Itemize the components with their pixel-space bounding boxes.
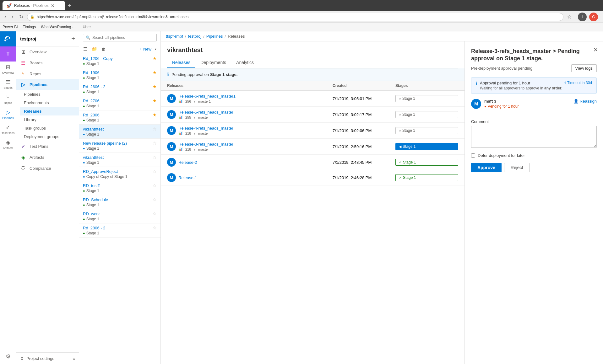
star-icon[interactable]: ☆ [153,183,157,188]
pipeline-name[interactable]: New release pipeline (2) [83,141,127,146]
nav-item-compliance[interactable]: 🛡 Compliance [16,163,79,174]
list-item[interactable]: Rd_2806 ★ ● Stage 1 [79,110,160,125]
back-button[interactable]: ‹ [3,13,8,21]
new-tab-button[interactable]: + [68,3,71,9]
list-item[interactable]: Rd_1206 - Copy ★ ● Stage 1 [79,54,160,68]
list-item[interactable]: RD_ApproveReject ☆ ● Copy of Copy of Sta… [79,167,160,181]
delete-button[interactable]: 🗑 [100,46,107,52]
sidebar-item-overview[interactable]: ⊞ Overview [0,62,16,77]
list-item[interactable]: vikranthtest ☆ ● Stage 1 [79,153,160,167]
pipeline-name[interactable]: Rd_1206 - Copy [83,56,113,61]
pipeline-name[interactable]: vikranthtest [83,127,104,131]
address-bar[interactable]: https://dev.azure.com/tfspf-rmpf/testpro… [27,13,563,21]
reject-button[interactable]: Reject [504,163,530,172]
nav-item-boards[interactable]: ☰ Boards [16,57,79,68]
collapse-icon[interactable]: « [73,356,75,361]
stage-badge[interactable]: ○ Stage 1 [395,95,458,102]
tab-close-button[interactable]: ✕ [51,3,55,8]
bookmark-uber[interactable]: Uber [83,25,91,29]
list-item[interactable]: RD_work ☆ ● Stage 1 [79,209,160,223]
stage-badge[interactable]: ✓ Stage 1 [395,159,458,166]
view-logs-button[interactable]: View logs [571,64,597,72]
pipeline-name[interactable]: Rd_2806 - 2 [83,226,106,230]
list-item[interactable]: Rd_1906 ★ ● Stage 1 [79,68,160,82]
sidebar-item-boards[interactable]: ☰ Boards [0,77,16,92]
add-project-button[interactable]: + [71,35,75,42]
bookmark-timings[interactable]: Timings [23,25,36,29]
sub-item-taskgroups[interactable]: Task groups [20,124,79,132]
nav-item-overview[interactable]: ⊞ Overview [16,46,79,57]
bookmark-powerbi[interactable]: Power BI [3,25,18,29]
pipeline-name[interactable]: Rd_2806 [83,113,100,117]
list-item[interactable]: Rd_2606 - 2 ★ ● Stage 1 [79,82,160,96]
pipeline-name[interactable]: Rd_2606 - 2 [83,84,106,89]
bookmark-whatwasrunning[interactable]: WhatWasRunning - ... [41,25,78,29]
breadcrumb-org[interactable]: tfspf-rmpf [166,34,183,39]
list-item[interactable]: vikranthtest ☆ ● Stage 1 [79,125,160,139]
sub-item-releases[interactable]: Releases [20,107,79,115]
release-name-link[interactable]: Release-6-refs_heads_master1 [178,94,236,99]
user-avatar[interactable]: I [578,13,587,21]
azure-devops-logo[interactable] [0,31,16,46]
sidebar-item-testplans[interactable]: ✓ Test Plans [0,122,16,137]
sub-item-environments[interactable]: Environments [20,99,79,107]
star-icon[interactable]: ☆ [153,225,157,230]
star-icon[interactable]: ☆ [153,155,157,160]
pipeline-name[interactable]: RD_work [83,211,100,216]
nav-item-pipelines[interactable]: ▷ Pipelines [16,79,79,90]
list-item[interactable]: RD_testf1 ☆ ● Stage 1 [79,181,160,195]
sidebar-item-pipelines[interactable]: ▷ Pipelines [0,107,16,122]
star-icon[interactable]: ★ [153,70,157,75]
list-view-button[interactable]: ☰ [82,46,89,52]
pipeline-name[interactable]: Rd_1906 [83,70,100,75]
comment-textarea[interactable] [471,126,597,148]
defer-checkbox-input[interactable] [471,153,475,158]
star-icon[interactable]: ★ [153,84,157,89]
star-bookmark-button[interactable]: ☆ [565,13,573,21]
sidebar-item-settings[interactable]: ⚙ [0,349,16,364]
breadcrumb-section[interactable]: Pipelines [206,34,223,39]
star-icon[interactable]: ☆ [153,169,157,174]
stage-badge[interactable]: ○ Stage 1 [395,111,458,118]
org-avatar[interactable]: T [0,46,16,62]
close-approval-button[interactable]: ✕ [593,46,598,53]
list-item[interactable]: Rd_2706 ★ ● Stage 1 [79,96,160,110]
release-name-link[interactable]: Release-1 [178,175,197,180]
stage-badge[interactable]: ○ Stage 1 [395,127,458,134]
star-icon[interactable]: ★ [153,98,157,103]
list-item[interactable]: Rd_2806 - 2 ☆ ● Stage 1 [79,223,160,238]
star-icon[interactable]: ★ [153,56,157,61]
star-icon[interactable]: ☆ [153,197,157,202]
profile-avatar[interactable]: G [589,13,598,21]
nav-item-repos[interactable]: ⑂ Repos [16,68,79,79]
search-input[interactable] [92,35,154,40]
star-icon[interactable]: ☆ [153,126,157,131]
stage-badge[interactable]: ◀ Stage 1 [395,143,458,150]
nav-item-testplans[interactable]: ✓ Test Plans [16,141,79,152]
project-settings-item[interactable]: ⚙ Project settings « [16,352,79,364]
pipeline-name[interactable]: RD_testf1 [83,183,101,188]
list-item[interactable]: New release pipeline (2) ☆ ● Stage 1 [79,139,160,153]
nav-item-artifacts[interactable]: ◈ Artifacts [16,152,79,163]
tab-releases[interactable]: Releases [167,57,195,68]
pipeline-name[interactable]: Rd_2706 [83,99,100,103]
sidebar-item-artifacts[interactable]: ◈ Artifacts [0,137,16,152]
sub-item-deploymentgroups[interactable]: Deployment groups [20,132,79,141]
breadcrumb-project[interactable]: testproj [188,34,202,39]
approve-button[interactable]: Approve [471,163,502,172]
tab-analytics[interactable]: Analytics [231,57,259,68]
pipeline-name[interactable]: vikranthtest [83,155,104,160]
star-icon[interactable]: ★ [153,112,157,117]
folder-view-button[interactable]: 📁 [90,46,99,52]
pipeline-name[interactable]: RD_ApproveReject [83,169,118,174]
reassign-button[interactable]: 👤 Reassign [573,99,597,104]
stage-badge[interactable]: ✓ Stage 1 [395,174,458,181]
list-item[interactable]: RD_Schedule ☆ ● Stage 1 [79,195,160,209]
release-name-link[interactable]: Release-4-refs_heads_master [178,126,233,131]
tab-deployments[interactable]: Deployments [195,57,231,68]
release-name-link[interactable]: Release-3-refs_heads_master [178,142,233,147]
star-icon[interactable]: ☆ [153,211,157,216]
sidebar-item-repos[interactable]: ⑂ Repos [0,92,16,107]
star-icon[interactable]: ☆ [153,141,157,146]
forward-button[interactable]: › [10,13,15,21]
